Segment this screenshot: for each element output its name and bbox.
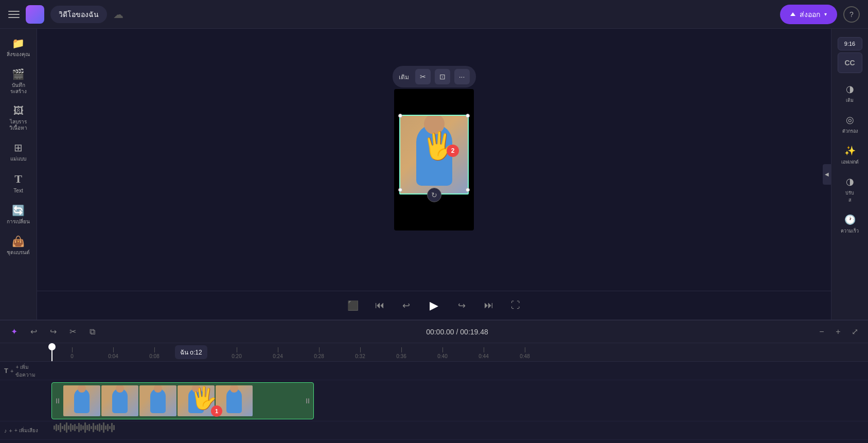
template-icon: ⊞ [14,141,23,154]
caption-button[interactable]: CC [838,52,862,73]
handle-bottom-left[interactable] [398,188,402,192]
magic-tool-button[interactable]: ✦ [6,324,22,340]
thumb-1 [63,385,100,416]
export-button[interactable]: ส่งออก ▾ [780,5,837,24]
undo-button[interactable]: ↩ [26,324,41,340]
handle-top-left[interactable] [398,114,402,118]
timeline-tracks: T + + เพิ่มข้อความ ⏸ [0,362,868,443]
wave-bar [82,426,84,430]
wave-bar [60,423,61,432]
sidebar-item-brand[interactable]: 👜 ชุดแบรนด์ [2,231,35,260]
handle-top-right[interactable] [466,114,470,118]
video-clip-track[interactable]: ⏸ [51,382,314,419]
video-thumbnails [63,385,302,416]
rotate-handle[interactable]: ↻ [427,188,441,202]
wave-bar [91,426,92,429]
zoom-in-button[interactable]: + [831,325,845,339]
menu-icon[interactable] [8,11,20,18]
aspect-ratio-button[interactable]: 9:16 [838,37,862,50]
wave-bar [72,425,74,430]
thumb-4 [178,385,215,416]
right-top-controls: 9:16 CC [831,33,868,77]
wave-bar [70,423,72,432]
video-title-button[interactable]: วิดีโอของฉัน [50,6,107,23]
fit-button[interactable]: ⊡ [435,69,450,84]
wave-bar [56,424,57,431]
fullscreen-button[interactable]: ⛶ [506,296,525,315]
audio-track-row: ♪ + + เพิ่มเสียง [0,421,868,440]
text-track-label: T + + เพิ่มข้อความ [0,363,51,379]
main-area: 📁 สิ่งของคุณ 🎬 บันทึกระสร้าง 🖼 ไลบรารวิเ… [0,29,868,320]
crop-button[interactable]: ✂ [415,69,431,84]
ruler-mark-0: 0 [51,347,93,359]
sidebar-item-transform[interactable]: 🔄 การเปลี่ยน [2,200,35,229]
video-clip[interactable] [399,115,469,194]
wave-bar [103,422,104,433]
wave-bar [95,426,96,430]
video-preview-container[interactable]: เติม ✂ ⊡ ··· [394,89,474,231]
skip-forward-button[interactable]: ⏭ [480,296,498,315]
text-track-add-label[interactable]: + เพิ่มข้อความ [15,363,47,379]
timeline-time-display: 00:00.00 / 00:19.48 [104,328,810,336]
audio-track-add-label[interactable]: + เพิ่มเสียง [14,427,38,434]
video-track-content[interactable]: ⏸ [51,380,868,421]
wave-bar [58,425,59,430]
badge-2: 2 [447,145,459,157]
ruler-mark-10: 0:44 [463,347,504,359]
wave-bar [113,425,115,430]
more-options-button[interactable]: ··· [454,69,470,84]
clip-pause-left-icon: ⏸ [52,397,63,405]
play-button[interactable]: ▶ [424,295,445,316]
redo-button[interactable]: ↪ [45,324,61,340]
clip-pause-right-icon: ⏸ [302,397,313,405]
center-area: เติม ✂ ⊡ ··· [37,29,831,320]
right-tool-speed[interactable]: 🕐 ความเร็ว [834,210,866,239]
toolbar-label: เติม [399,72,409,82]
wave-bar [109,426,111,429]
right-tool-mix[interactable]: ◑ เติม [834,79,866,108]
audio-track-add-icon: + [9,428,12,434]
transform-icon: 🔄 [12,204,25,217]
help-button[interactable]: ? [843,6,860,23]
record-icon: 🎬 [12,68,25,80]
wave-bar [88,424,90,431]
video-background: ↻ 🖐 2 [394,89,474,231]
right-tool-filter[interactable]: ◎ ตัวกรอง [834,110,866,139]
right-tool-effects[interactable]: ✨ เอฟเฟกต์ [834,141,866,170]
text-icon: T [14,172,22,186]
wave-bar [86,425,88,430]
sidebar-item-text[interactable]: T Text [2,168,35,198]
collapse-panel-button[interactable]: ◀ [823,164,831,185]
right-tool-adjust[interactable]: ◑ ปรับส [834,172,866,208]
caption-toggle-button[interactable]: ⬛ [344,296,362,315]
wave-bar [101,425,102,430]
audio-track-icon: ♪ [4,428,7,434]
right-sidebar: 9:16 CC ◑ เติม ◎ ตัวกรอง ✨ เอฟเฟกต์ ◑ ปร… [831,29,868,320]
playback-controls: ⬛ ⏮ ↩ ▶ ↪ ⏭ ⛶ [37,291,831,320]
sidebar-item-template[interactable]: ⊞ เเม่แบบ [2,137,35,166]
text-track-add-icon: + [10,368,13,374]
thumb-2 [101,385,138,416]
wave-bar [62,426,63,429]
skip-back-button[interactable]: ⏮ [370,296,389,315]
ruler-mark-6: 0:28 [298,347,340,359]
ruler-mark-8: 0:36 [381,347,422,359]
copy-button[interactable]: ⧉ [84,324,100,340]
forward-5s-button[interactable]: ↪ [453,296,471,315]
fit-timeline-button[interactable]: ⤢ [847,325,862,339]
sidebar-item-record[interactable]: 🎬 บันทึกระสร้าง [2,64,35,99]
ruler-mark-2: 0:08 [134,347,175,359]
playhead-head[interactable] [48,343,56,350]
playhead[interactable] [51,343,52,361]
ruler-mark-1: 0:04 [93,347,134,359]
adjust-icon: ◑ [846,176,854,187]
handle-bottom-right[interactable] [466,188,470,192]
cc-icon: CC [844,59,855,67]
zoom-out-button[interactable]: − [814,325,829,339]
rewind-5s-button[interactable]: ↩ [397,296,416,315]
timeline-area: ✦ ↩ ↪ ✂ ⧉ 00:00.00 / 00:19.48 − + ⤢ 0 0:… [0,320,868,443]
sidebar-item-library[interactable]: 🖼 ไลบรารวิเนื้อหา [2,101,35,135]
cut-button[interactable]: ✂ [65,324,80,340]
wave-bar [66,422,67,433]
sidebar-item-assets[interactable]: 📁 สิ่งของคุณ [2,33,35,62]
